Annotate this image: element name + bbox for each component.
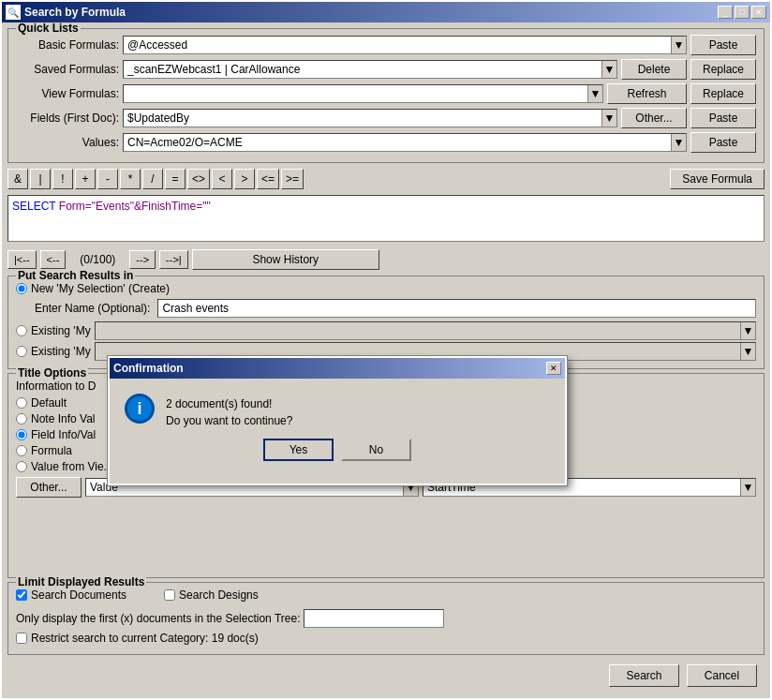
dialog-title: Confirmation bbox=[113, 362, 184, 375]
info-icon: i bbox=[125, 394, 155, 424]
dialog-message-2: Do you want to continue? bbox=[166, 414, 292, 427]
dialog-message-1: 2 document(s) found! bbox=[166, 397, 292, 410]
confirmation-dialog: Confirmation ✕ i 2 document(s) found! Do… bbox=[108, 356, 567, 485]
dialog-message-row: i 2 document(s) found! Do you want to co… bbox=[125, 394, 550, 427]
dialog-overlay: Confirmation ✕ i 2 document(s) found! Do… bbox=[0, 0, 772, 700]
dialog-messages: 2 document(s) found! Do you want to cont… bbox=[166, 394, 292, 427]
dialog-yes-button[interactable]: Yes bbox=[263, 439, 334, 461]
dialog-no-button[interactable]: No bbox=[341, 439, 411, 461]
dialog-title-bar: Confirmation ✕ bbox=[110, 358, 565, 379]
dialog-body: i 2 document(s) found! Do you want to co… bbox=[110, 379, 565, 484]
dialog-close-button[interactable]: ✕ bbox=[546, 362, 561, 375]
dialog-buttons: Yes No bbox=[125, 439, 550, 469]
